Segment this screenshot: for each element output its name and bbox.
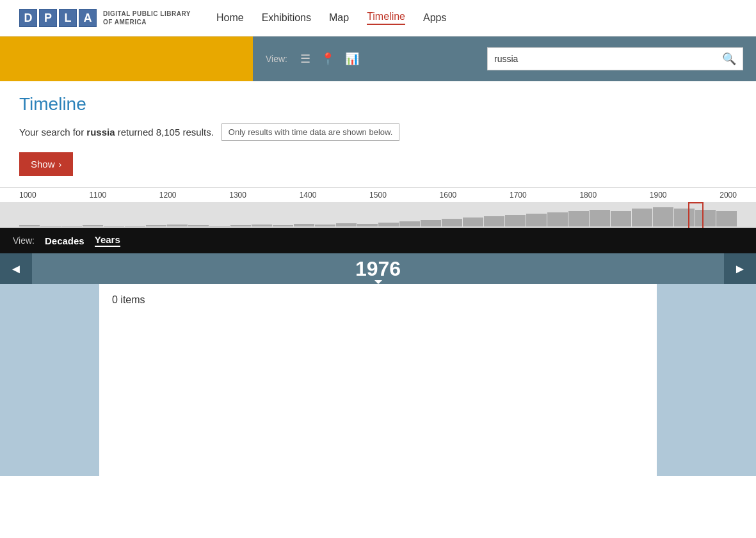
- bar: [378, 223, 399, 226]
- logo-box: D P L A: [19, 9, 97, 27]
- time-data-notice: Only results with time data are shown be…: [221, 123, 400, 141]
- nav-map[interactable]: Map: [329, 12, 349, 24]
- logo-letter-p: P: [39, 9, 57, 27]
- items-left-panel: [0, 284, 99, 476]
- show-button-chevron: ›: [59, 159, 62, 170]
- items-right-panel: [657, 284, 756, 476]
- next-arrow-icon: ►: [734, 262, 746, 276]
- view-decades-section: View: Decades Years: [0, 228, 756, 253]
- nav-apps[interactable]: Apps: [423, 12, 446, 24]
- nav-timeline[interactable]: Timeline: [367, 11, 405, 25]
- year-label-2000: 2000: [720, 191, 737, 200]
- bar: [526, 214, 547, 226]
- banner-strip: View: ☰ 📍 📊 🔍: [0, 36, 756, 81]
- bar: [336, 223, 357, 226]
- banner-left: [0, 36, 253, 81]
- logo-letter-d: D: [19, 9, 37, 27]
- year-label-1800: 1800: [579, 191, 597, 200]
- year-label-1500: 1500: [369, 191, 387, 200]
- bar: [294, 224, 314, 226]
- bar: [653, 207, 673, 226]
- nav-home[interactable]: Home: [216, 12, 244, 24]
- search-term-bold: russia: [86, 127, 115, 138]
- bar: [125, 226, 145, 226]
- page-title: Timeline: [19, 94, 737, 115]
- logo-area: D P L A DIGITAL PUBLIC LIBRARY OF AMERIC…: [19, 9, 191, 27]
- bar: [315, 225, 335, 226]
- search-prefix: Your search for: [19, 127, 86, 138]
- bar: [568, 211, 589, 226]
- years-button[interactable]: Years: [95, 234, 120, 247]
- items-main: 0 items: [99, 284, 657, 476]
- bar: [399, 221, 420, 226]
- bar: [716, 211, 737, 226]
- year-nav: ◄ 1976 ►: [0, 253, 756, 284]
- timeline-section: 1000 1100 1200 1300 1400 1500 1600 1700 …: [0, 187, 756, 228]
- bar: [357, 224, 378, 226]
- bar: [252, 225, 272, 226]
- year-label-1300: 1300: [229, 191, 246, 200]
- bar: [146, 225, 166, 226]
- items-section: 0 items: [0, 284, 756, 476]
- year-label-1000: 1000: [19, 191, 36, 200]
- current-year-text: 1976: [355, 257, 401, 280]
- bar: [611, 211, 631, 226]
- prev-arrow-icon: ◄: [10, 262, 22, 276]
- search-bar: 🔍: [487, 47, 743, 70]
- nav-exhibitions[interactable]: Exhibitions: [262, 12, 311, 24]
- year-next-button[interactable]: ►: [724, 253, 756, 284]
- logo-text-line1: DIGITAL PUBLIC LIBRARY: [103, 10, 191, 17]
- logo-text-line2: OF AMERICA: [103, 19, 147, 26]
- year-display: 1976: [32, 257, 724, 281]
- bar: [632, 209, 652, 226]
- bar: [209, 226, 230, 226]
- year-label-1400: 1400: [300, 191, 317, 200]
- bar: [104, 226, 124, 226]
- main-content: Timeline Your search for russia returned…: [0, 81, 756, 176]
- show-button-label: Show: [31, 159, 55, 170]
- header: D P L A DIGITAL PUBLIC LIBRARY OF AMERIC…: [0, 0, 756, 36]
- bar: [547, 212, 568, 226]
- bar: [273, 225, 293, 226]
- decades-button[interactable]: Decades: [45, 235, 84, 246]
- view-label: View:: [266, 54, 287, 64]
- items-count: 0 items: [112, 294, 145, 305]
- bar: [61, 226, 82, 226]
- map-view-icon[interactable]: 📍: [321, 52, 335, 66]
- search-result-text: Your search for russia returned 8,105 re…: [19, 127, 214, 138]
- bar: [421, 220, 441, 226]
- show-button[interactable]: Show ›: [19, 152, 73, 176]
- bar: [188, 225, 209, 226]
- year-label-1200: 1200: [159, 191, 177, 200]
- year-label-1900: 1900: [650, 191, 667, 200]
- bar: [484, 216, 504, 226]
- search-suffix: returned 8,105 results.: [115, 127, 214, 138]
- year-indicator-arrow: [374, 280, 382, 284]
- bar: [590, 210, 610, 226]
- bar: [19, 225, 40, 226]
- list-view-icon[interactable]: ☰: [300, 52, 310, 66]
- year-label-1100: 1100: [89, 191, 106, 200]
- timeline-bar-container[interactable]: [0, 202, 756, 228]
- bar: [463, 218, 483, 226]
- timeline-selector[interactable]: [688, 202, 704, 228]
- bar: [83, 225, 103, 226]
- search-icon[interactable]: 🔍: [722, 52, 736, 66]
- search-input[interactable]: [494, 54, 722, 64]
- logo-letter-a: A: [79, 9, 97, 27]
- bar: [442, 219, 462, 226]
- banner-right: View: ☰ 📍 📊 🔍: [253, 36, 756, 81]
- logo-text: DIGITAL PUBLIC LIBRARY OF AMERICA: [103, 10, 191, 26]
- mini-bars: [0, 203, 756, 226]
- main-nav: Home Exhibitions Map Timeline Apps: [216, 11, 447, 25]
- bar: [167, 225, 188, 226]
- view-label2: View:: [13, 235, 35, 246]
- bar: [40, 226, 61, 226]
- search-result-line: Your search for russia returned 8,105 re…: [19, 123, 737, 141]
- year-label-1600: 1600: [440, 191, 457, 200]
- timeline-years-row: 1000 1100 1200 1300 1400 1500 1600 1700 …: [0, 187, 756, 202]
- year-prev-button[interactable]: ◄: [0, 253, 32, 284]
- year-label-1700: 1700: [510, 191, 527, 200]
- timeline-view-icon[interactable]: 📊: [345, 52, 359, 66]
- bar: [505, 215, 526, 226]
